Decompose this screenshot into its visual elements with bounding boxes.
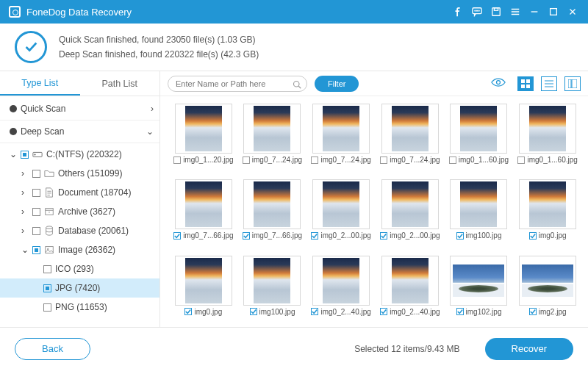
thumbnail-caption: img0_7...66.jpg — [243, 231, 302, 240]
checkbox[interactable] — [32, 170, 40, 178]
thumbnail-image[interactable] — [519, 104, 576, 154]
thumbnail-cell[interactable]: img0_1...60.jpg — [446, 104, 512, 175]
checkbox[interactable] — [32, 208, 40, 216]
thumbnail-cell[interactable]: img0_2...00.jpg — [377, 179, 443, 251]
thumbnail-image[interactable] — [175, 104, 232, 154]
thumbnail-image[interactable] — [519, 256, 576, 306]
checkbox[interactable] — [173, 232, 181, 240]
checkbox[interactable] — [449, 156, 456, 164]
thumbnail-image[interactable] — [450, 104, 507, 154]
thumbnail-cell[interactable]: img0_2...40.jpg — [377, 256, 443, 327]
thumbnail-image[interactable] — [381, 256, 439, 306]
thumbnail-image[interactable] — [243, 104, 301, 154]
filename: img0_1...60.jpg — [459, 156, 509, 164]
tree-drive[interactable]: ⌄C:(NTFS) (220322) — [0, 145, 159, 164]
checkbox[interactable] — [311, 232, 318, 240]
checkbox[interactable] — [173, 156, 181, 164]
app-logo-icon — [9, 6, 21, 18]
thumbnail-cell[interactable]: img0_7...24.jpg — [377, 104, 443, 175]
thumbnail-image[interactable] — [243, 179, 301, 229]
tree-document[interactable]: ›Document (18704) — [0, 183, 159, 202]
thumbnail-cell[interactable]: img0_1...20.jpg — [171, 104, 237, 175]
checkbox[interactable] — [456, 308, 464, 315]
thumbnail-cell[interactable]: img2.jpg — [514, 256, 581, 327]
thumbnail-cell[interactable]: img0.jpg — [171, 256, 237, 327]
thumbnail-cell[interactable]: img102.jpg — [446, 256, 512, 327]
checkbox[interactable] — [250, 308, 257, 315]
checkbox[interactable] — [243, 232, 250, 240]
tree-database[interactable]: ›Database (20061) — [0, 221, 159, 240]
checkbox[interactable] — [529, 232, 537, 240]
checkbox[interactable] — [184, 308, 192, 315]
search-input[interactable] — [168, 76, 307, 92]
thumbnail-image[interactable] — [519, 179, 576, 229]
checkbox[interactable] — [311, 308, 318, 315]
thumbnail-image[interactable] — [381, 104, 439, 154]
thumbnail-image[interactable] — [381, 179, 439, 229]
thumbnail-cell[interactable]: img0_7...24.jpg — [240, 104, 306, 175]
view-grid-button[interactable] — [517, 76, 534, 91]
tree-image[interactable]: ⌄Image (26362) — [0, 240, 159, 259]
view-list-button[interactable] — [541, 76, 557, 91]
maximize-icon[interactable] — [544, 2, 563, 21]
checkbox[interactable] — [380, 156, 387, 164]
close-icon[interactable] — [563, 2, 582, 21]
thumbnail-cell[interactable]: img100.jpg — [446, 179, 512, 251]
thumbnail-image[interactable] — [450, 179, 507, 229]
checkbox[interactable] — [43, 303, 51, 312]
recover-button[interactable]: Recover — [485, 338, 573, 360]
facebook-icon[interactable] — [448, 2, 467, 21]
checkbox[interactable] — [21, 151, 29, 159]
thumbnail-cell[interactable]: img100.jpg — [240, 256, 306, 327]
tab-path-list[interactable]: Path List — [80, 71, 160, 96]
thumbnail-cell[interactable]: img0_7...66.jpg — [171, 179, 237, 251]
back-button[interactable]: Back — [15, 338, 90, 360]
thumbnail-cell[interactable]: img0_1...60.jpg — [514, 104, 581, 175]
search-icon[interactable] — [293, 79, 301, 92]
thumbnail-image[interactable] — [175, 256, 232, 306]
tree-quick-scan[interactable]: Quick Scan› — [0, 99, 159, 118]
svg-point-3 — [478, 10, 479, 11]
thumbnail-image[interactable] — [243, 256, 301, 306]
checkbox[interactable] — [311, 156, 318, 164]
tree-deep-scan[interactable]: Deep Scan⌄ — [0, 122, 159, 141]
thumbnail-image[interactable] — [312, 256, 370, 306]
thumbnail-cell[interactable]: img0_7...66.jpg — [240, 179, 306, 251]
checkbox[interactable] — [456, 232, 464, 240]
checkbox[interactable] — [529, 308, 537, 315]
checkbox[interactable] — [32, 189, 40, 197]
tree-others[interactable]: ›Others (151099) — [0, 164, 159, 183]
checkbox[interactable] — [380, 232, 387, 240]
tree-jpg[interactable]: JPG (7420) — [0, 278, 159, 298]
checkbox[interactable] — [32, 246, 40, 254]
tab-type-list[interactable]: Type List — [0, 71, 80, 96]
filename: img0.jpg — [539, 231, 567, 240]
thumbnail-image[interactable] — [312, 104, 370, 154]
thumbnail-image[interactable] — [450, 256, 507, 306]
thumbnail-image[interactable] — [312, 179, 370, 229]
checkbox[interactable] — [43, 265, 51, 273]
complete-check-icon — [15, 31, 47, 63]
checkbox[interactable] — [380, 308, 387, 315]
thumbnail-cell[interactable]: img0.jpg — [514, 179, 581, 251]
checkbox[interactable] — [243, 156, 250, 164]
thumbnail-image[interactable] — [175, 179, 232, 229]
menu-icon[interactable] — [506, 2, 525, 21]
checkbox[interactable] — [517, 156, 525, 164]
checkbox[interactable] — [32, 227, 40, 235]
thumbnail-cell[interactable]: img0_2...40.jpg — [308, 256, 374, 327]
tree-ico[interactable]: ICO (293) — [0, 259, 159, 278]
checkbox[interactable] — [43, 284, 51, 292]
filter-button[interactable]: Filter — [315, 76, 359, 92]
preview-icon[interactable] — [491, 77, 506, 90]
thumbnail-cell[interactable]: img0_2...00.jpg — [308, 179, 374, 251]
svg-rect-19 — [568, 79, 571, 88]
tree-archive[interactable]: ›Archive (3627) — [0, 202, 159, 221]
thumbnail-caption: img2.jpg — [529, 308, 567, 316]
tree-png[interactable]: PNG (11653) — [0, 298, 159, 317]
save-icon[interactable] — [487, 2, 506, 21]
feedback-icon[interactable] — [467, 2, 487, 21]
thumbnail-cell[interactable]: img0_7...24.jpg — [308, 104, 374, 175]
minimize-icon[interactable] — [525, 2, 544, 21]
view-detail-button[interactable] — [564, 76, 581, 91]
